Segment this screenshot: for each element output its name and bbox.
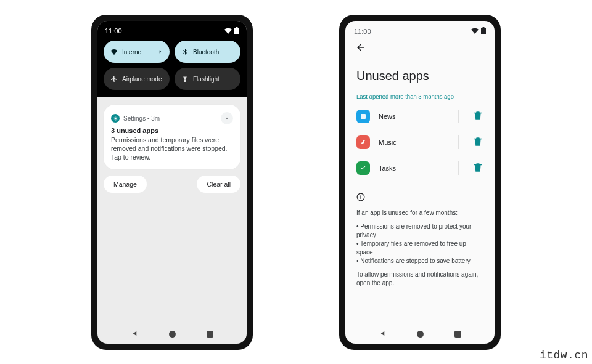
delete-button[interactable] [472,136,483,148]
app-name: Tasks [379,164,450,172]
qs-tile-flashlight[interactable]: Flashlight [175,68,240,90]
bluetooth-icon [181,47,189,56]
chevron-right-icon [157,49,163,55]
nav-bar [97,324,247,344]
qs-tile-airplane[interactable]: Airplane mode [104,68,170,90]
status-bar: 11:00 [104,27,240,38]
info-bullet: Notifications are stopped to save batter… [356,257,483,265]
notification-app-label: Settings • 3m [123,115,160,122]
clock: 11:00 [354,28,371,35]
music-app-icon [356,135,370,149]
info-block: If an app is unused for a few months: Pe… [345,185,495,300]
app-name: Music [379,139,450,146]
phone-unused-apps: 11:00 Unused apps Last opened more than … [339,15,501,350]
battery-icon [481,27,486,36]
qs-label: Flashlight [193,76,220,83]
status-bar: 11:00 [345,21,495,38]
nav-home[interactable] [169,331,176,338]
tasks-app-icon [356,161,370,175]
nav-bar [345,324,495,344]
svg-rect-1 [236,27,238,28]
svg-rect-8 [360,195,361,196]
svg-rect-5 [361,114,366,119]
screen: 11:00 Internet [97,21,247,344]
svg-rect-4 [483,27,485,28]
nav-recent[interactable] [207,331,213,338]
qs-label: Airplane mode [122,76,162,83]
info-outro: To allow permissions and notifications a… [356,270,483,288]
wifi-icon [110,47,118,56]
section-label: Last opened more than 3 months ago [345,89,495,103]
nav-home[interactable] [417,331,424,338]
clear-all-button[interactable]: Clear all [197,176,240,193]
phone-notification-shade: 11:00 Internet [91,15,253,350]
app-row-music[interactable]: Music [356,129,483,155]
notifications-area: Settings • 3m 3 unused apps Permissions … [97,97,247,324]
news-app-icon [356,110,370,123]
screen: 11:00 Unused apps Last opened more than … [345,21,495,344]
divider [458,161,459,175]
qs-label: Bluetooth [193,49,219,55]
wifi-icon [224,28,232,34]
svg-rect-0 [234,28,239,34]
notification-actions: Manage Clear all [104,176,240,193]
notification-header: Settings • 3m [111,112,233,124]
svg-rect-7 [360,196,361,199]
info-intro: If an app is unused for a few months: [356,209,483,217]
qs-tile-bluetooth[interactable]: Bluetooth [175,41,240,63]
flashlight-icon [181,75,189,83]
app-name: News [379,113,450,120]
watermark: itdw.cn [540,349,588,362]
delete-button[interactable] [472,162,483,174]
divider [458,110,459,123]
airplane-icon [110,75,118,83]
info-bullet: Temporary files are removed to free up s… [356,240,483,257]
notification-card[interactable]: Settings • 3m 3 unused apps Permissions … [104,105,240,169]
divider [458,135,459,149]
notification-title: 3 unused apps [111,127,233,134]
qs-tile-internet[interactable]: Internet [104,41,170,63]
nav-recent[interactable] [454,331,461,338]
nav-back[interactable] [131,328,138,339]
clock: 11:00 [105,27,122,34]
quick-settings-panel: 11:00 Internet [97,21,247,97]
delete-button[interactable] [472,110,483,123]
info-bullet: Permissions are removed to protect your … [356,222,483,240]
svg-rect-3 [481,28,486,34]
notification-body: Permissions and temporary files were rem… [111,135,233,162]
manage-button[interactable]: Manage [104,176,147,193]
collapse-button[interactable] [221,112,233,124]
app-list: News Music Tasks [345,103,495,181]
wifi-icon [471,28,479,35]
battery-icon [234,27,239,34]
qs-label: Internet [122,49,143,55]
settings-icon [111,114,120,123]
app-row-tasks[interactable]: Tasks [356,155,483,181]
toolbar [345,38,495,54]
quick-settings-grid: Internet Bluetooth Airplane [104,41,240,90]
info-icon [356,193,483,209]
page-title: Unused apps [345,54,495,89]
back-button[interactable] [354,41,368,54]
nav-back[interactable] [379,328,386,339]
app-row-news[interactable]: News [356,103,483,129]
